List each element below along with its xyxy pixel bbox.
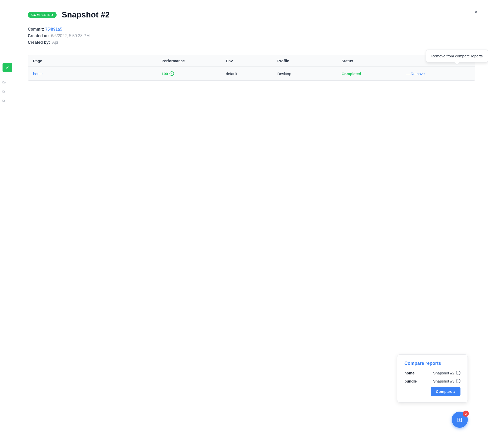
th-status: Status xyxy=(341,59,406,63)
th-page: Page xyxy=(33,59,162,63)
createdby-value: Api xyxy=(52,40,58,44)
remove-compare-0-button[interactable]: − xyxy=(456,371,460,375)
compare-fab-icon: ⊞ xyxy=(457,416,462,424)
sidebar: ✓ Co Cr Cr xyxy=(0,0,15,448)
fab-button[interactable]: ⊞ 2 xyxy=(452,412,468,428)
status-badge: COMPLETED xyxy=(28,12,57,18)
tooltip: Remove from compare reports xyxy=(426,50,488,62)
meta-createdat-row: Created at: 6/6/2022, 5:59:28 PM xyxy=(28,34,475,38)
compare-row-1: bundle Snapshot #3 − xyxy=(404,379,460,383)
compare-page-1: bundle xyxy=(404,379,422,383)
table-row: home 100 ✓ default Desktop Completed — R… xyxy=(28,67,475,81)
tooltip-text: Remove from compare reports xyxy=(431,54,483,58)
compare-row-0: home Snapshot #2 − xyxy=(404,371,460,375)
sidebar-text-2: Cr xyxy=(2,90,5,93)
sidebar-text-3: Cr xyxy=(2,99,5,102)
remove-link[interactable]: — Remove xyxy=(406,72,425,76)
commit-label: Commit: xyxy=(28,27,44,31)
createdat-value: 6/6/2022, 5:59:28 PM xyxy=(51,34,90,38)
compare-snapshot-label-1: Snapshot #3 xyxy=(433,379,454,383)
td-page: home xyxy=(33,72,162,76)
sidebar-text-1: Co xyxy=(2,81,6,84)
th-profile: Profile xyxy=(277,59,341,63)
createdat-label: Created at: xyxy=(28,34,49,38)
snapshot-table: Page Performance Env Profile Status home… xyxy=(28,55,475,81)
compare-panel: Compare reports home Snapshot #2 − bundl… xyxy=(397,354,468,402)
page-link[interactable]: home xyxy=(33,72,43,76)
meta-section: Commit: 754f91a5 Created at: 6/6/2022, 5… xyxy=(28,27,475,45)
compare-panel-title: Compare reports xyxy=(404,361,460,366)
compare-snapshot-label-0: Snapshot #2 xyxy=(433,371,454,375)
td-action: — Remove xyxy=(406,72,470,76)
commit-link[interactable]: 754f91a5 xyxy=(45,27,62,31)
td-status: Completed xyxy=(341,72,406,76)
remove-compare-1-button[interactable]: − xyxy=(456,379,460,383)
th-env: Env xyxy=(226,59,277,63)
th-performance: Performance xyxy=(162,59,226,63)
fab-badge: 2 xyxy=(463,411,469,417)
meta-createdby-row: Created by: Api xyxy=(28,40,475,45)
createdby-label: Created by: xyxy=(28,40,50,44)
meta-commit-row: Commit: 754f91a5 xyxy=(28,27,475,32)
td-performance: 100 ✓ xyxy=(162,71,226,76)
modal-panel: COMPLETED Snapshot #2 × Commit: 754f91a5… xyxy=(15,0,488,448)
check-circle-icon: ✓ xyxy=(169,71,174,76)
compare-snapshot-0: Snapshot #2 − xyxy=(433,371,460,375)
compare-snapshot-1: Snapshot #3 − xyxy=(433,379,460,383)
modal-header: COMPLETED Snapshot #2 xyxy=(28,10,475,19)
compare-button[interactable]: Compare » xyxy=(431,387,460,396)
td-env: default xyxy=(226,72,277,76)
performance-value: 100 xyxy=(162,72,168,76)
close-button[interactable]: × xyxy=(474,9,478,15)
compare-page-0: home xyxy=(404,371,422,375)
sidebar-check-icon: ✓ xyxy=(3,63,12,72)
td-profile: Desktop xyxy=(277,72,341,76)
modal-title: Snapshot #2 xyxy=(62,10,110,19)
table-header: Page Performance Env Profile Status xyxy=(28,55,475,67)
